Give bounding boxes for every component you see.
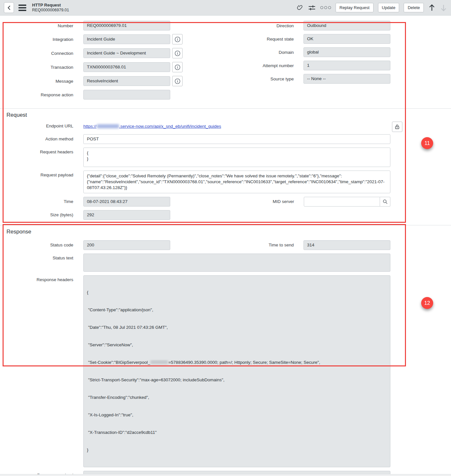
field-number: Number REQ0000006979.01 [0,21,195,30]
field-source-type: Source type -- None -- [213,74,390,84]
header-line: "Transfer-Encoding":"chunked", [87,395,387,400]
section-divider [0,108,451,109]
number-value: REQ0000006979.01 [83,21,170,30]
field-label: Endpoint URL [0,124,73,128]
field-integration: Integration Incident Guide [0,34,195,44]
field-request-headers: Request headers { } [0,148,451,167]
context-menu-icon[interactable] [18,5,26,11]
field-action-method: Action method POST [0,134,451,144]
replay-request-button[interactable]: Replay Request [336,3,374,12]
field-label: Request payload [0,173,73,177]
personalize-form-icon[interactable] [308,5,316,11]
time-value: 08-07-2021 08:43:27 [83,197,170,207]
field-message: Message ResolveIncident [0,76,195,86]
record-header: HTTP Request REQ0000006979.01 [32,3,69,13]
field-label: Response headers [0,277,73,282]
header-line: "X-Is-Logged-In":"true", [87,412,387,418]
field-label: Direction [213,23,294,28]
request-headers-textarea[interactable]: { } [83,148,390,167]
app-header: HTTP Request REQ0000006979.01 Replay Req… [0,0,451,16]
set-cookie-pre: "Set-Cookie":"BIGipServerpool_ [87,360,150,365]
section-divider [0,225,451,225]
field-label: Action method [0,137,73,141]
more-options-icon[interactable] [320,6,331,9]
field-label: Domain [213,50,294,55]
request-section-title: Request [0,112,451,118]
field-label: Message [0,79,73,84]
connection-info-button[interactable] [172,48,183,58]
info-icon [174,78,181,84]
field-label: Source type [213,77,294,81]
header-line-set-cookie: "Set-Cookie":"BIGipServerpool_=578836490… [87,360,387,365]
endpoint-url-prefix: https:// [83,124,97,129]
redacted-instance-name [97,124,119,128]
chevron-left-icon [7,5,11,10]
response-section: Response Status code 200 Time to send 31… [0,229,451,476]
set-cookie-post: =578836490.35390.0000; path=/; Httponly;… [168,360,320,365]
message-value: ResolveIncident [83,76,170,86]
scroll-up-icon[interactable] [428,4,435,12]
delete-button[interactable]: Delete [404,3,424,12]
field-attempt-number: Attempt number 1 [213,61,390,70]
field-time-and-mid: Time 08-07-2021 08:43:27 MID server [0,197,451,207]
time-to-send-value: 314 [303,240,390,250]
field-label: Status code [0,243,73,247]
field-status-code: Status code 200 Time to send 314 [0,240,451,250]
unlock-field-button[interactable] [392,122,402,132]
field-request-state: Request state OK [213,34,390,44]
status-code-value: 200 [83,240,170,250]
field-label: Attempt number [213,63,294,68]
field-label: Connection [0,51,73,56]
field-endpoint-url: Endpoint URL https://.service-now.com/ap… [0,124,451,129]
header-line: "Strict-Transport-Security":"max-age=630… [87,377,387,383]
field-request-payload: Request payload {"detail":{"close_code":… [0,171,451,193]
source-type-value: -- None -- [303,74,390,84]
info-icon [174,64,181,70]
field-direction: Direction Outbound [213,21,390,30]
header-line: "Content-Type":"application/json", [87,307,387,313]
search-icon [383,199,388,204]
field-response-action: Response action [0,90,195,100]
header-line: "X-Transaction-ID":"d2acce9cdb11" [87,430,387,435]
header-line: { [87,290,387,295]
direction-value: Outbound [303,21,390,30]
field-label: Size (bytes) [0,212,73,217]
header-line: } [87,447,387,453]
domain-value: global [303,47,390,57]
integration-value: Incident Guide [83,34,170,44]
mid-server-lookup-button[interactable] [380,197,390,207]
action-method-input[interactable]: POST [83,134,390,144]
field-transaction: Transaction TXN0000003768.01 [0,62,195,72]
mid-server-input[interactable] [304,197,380,207]
back-button[interactable] [4,2,14,13]
endpoint-url-suffix: .service-now.com/api/x_snd_eb/unifi/inci… [119,124,221,129]
request-state-value: OK [303,34,390,44]
response-section-title: Response [0,229,451,235]
endpoint-url-link[interactable]: https://.service-now.com/api/x_snd_eb/un… [83,124,221,129]
field-label: Integration [0,37,73,42]
update-button[interactable]: Update [378,3,399,12]
field-status-text: Status text [0,254,451,272]
header-line: "Server":"ServiceNow", [87,342,387,348]
field-label: Request state [213,37,294,42]
field-domain: Domain global [213,47,390,57]
info-icon [174,50,181,56]
field-size: Size (bytes) 292 [0,210,451,220]
request-section: Request Endpoint URL https://.service-no… [0,112,451,220]
size-value: 292 [83,210,170,220]
redacted-pool-name [150,360,168,364]
response-headers-value: { "Content-Type":"application/json", "Da… [83,275,390,467]
response-action-value [83,90,170,100]
record-number: REQ0000006979.01 [32,8,69,13]
lock-icon [394,124,400,130]
field-label: Request headers [0,149,73,154]
request-payload-textarea[interactable]: {"detail":{"close_code":"Solved Remotely… [83,171,390,193]
info-icon [174,36,181,42]
message-info-button[interactable] [172,76,183,86]
integration-info-button[interactable] [172,34,183,44]
attachment-icon[interactable] [297,4,303,11]
field-connection: Connection Incident Guide ~ Development [0,48,195,58]
header-line: "Date":"Thu, 08 Jul 2021 07:43:26 GMT", [87,325,387,330]
transaction-info-button[interactable] [172,62,183,72]
scroll-down-icon[interactable] [440,4,447,12]
